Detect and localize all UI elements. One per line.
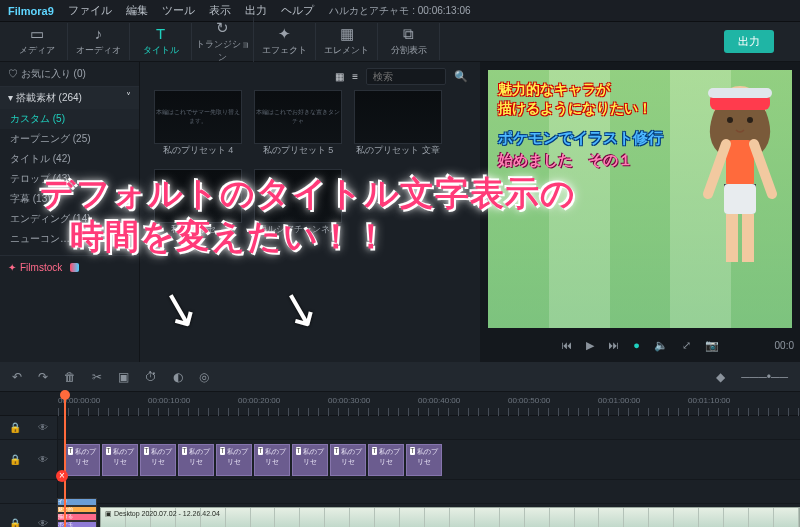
category-item-4[interactable]: 字幕 (13) [0,189,139,209]
category-header[interactable]: ▾ 搭載素材 (264)˅ [0,87,139,109]
playhead[interactable] [64,392,66,527]
color-button[interactable]: ◐ [173,370,183,384]
undo-button[interactable]: ↶ [12,370,22,384]
mode-tab-2[interactable]: Tタイトル [130,23,192,60]
marker-button[interactable]: ◆ [716,370,725,384]
delete-marker[interactable]: × [56,470,68,482]
tracks-area: × 🔒👁 🔒👁 私のプリセ私のプリセ私のプリセ私のプリセ私のプリセ私のプリセ私の… [0,416,800,527]
search-icon[interactable]: 🔍 [454,70,468,83]
eye-icon[interactable]: 👁 [38,454,48,465]
menubar: ファイル 編集 ツール 表示 出力 ヘルプ [68,4,314,18]
green-button[interactable]: ◎ [199,370,209,384]
cut-button[interactable]: ✂ [92,370,102,384]
search-input[interactable] [366,68,446,85]
timeline-toolbar: ↶ ↷ 🗑 ✂ ▣ ⏱ ◐ ◎ ◆ ───•── [0,362,800,392]
list-view-icon[interactable]: ≡ [352,71,358,82]
app-logo: Filmora9 [8,5,54,17]
menu-output[interactable]: 出力 [245,4,267,18]
svg-rect-7 [724,184,756,214]
lock-icon[interactable]: 🔒 [9,518,21,527]
category-item-1[interactable]: オープニング (25) [0,129,139,149]
grid-view-icon[interactable]: ▦ [335,71,344,82]
timeline-ruler[interactable]: 00:00:00:0000:00:10:0000:00:20:0000:00:3… [0,392,800,416]
track-1-video: 🔒👁 ▣ Desktop 2020.07.02 - 12.26.42.04イラ魅… [0,504,800,527]
title-clip[interactable]: 私のプリセ [368,444,404,476]
volume-icon[interactable]: 🔈 [654,339,668,352]
playback-controls: ⏮ ▶ ⏭ ● 🔈 ⤢ 📷 00:0 [480,328,800,362]
clip-thumbnail-stack: イラ魅力的描けるポケモ始めイラス [57,498,97,527]
title-clip[interactable]: 私のプリセ [102,444,138,476]
redo-button[interactable]: ↷ [38,370,48,384]
category-item-3[interactable]: テロップ (43) [0,169,139,189]
delete-button[interactable]: 🗑 [64,370,76,384]
preview-timecode: 00:0 [775,340,794,351]
document-title: ハルカとアチャモ : 00:06:13:06 [329,4,470,18]
lock-icon[interactable]: 🔒 [9,422,21,433]
asset-thumb-1[interactable]: 本編はこれでお好きな置きタンチャ私のプリセット 5 [254,90,342,157]
svg-rect-9 [742,214,754,262]
fullscreen-icon[interactable]: ⤢ [682,339,691,352]
export-button[interactable]: 出力 [724,30,774,53]
titlebar: Filmora9 ファイル 編集 ツール 表示 出力 ヘルプ ハルカとアチャモ … [0,0,800,22]
mode-tab-0[interactable]: ▭メディア [6,23,68,60]
track-2-titles: 🔒👁 私のプリセ私のプリセ私のプリセ私のプリセ私のプリセ私のプリセ私のプリセ私の… [0,440,800,480]
track-spacer [0,480,800,504]
filmstock-link[interactable]: ✦ Filmstock [0,255,139,279]
menu-view[interactable]: 表示 [209,4,231,18]
chevron-down-icon: ˅ [126,91,131,105]
next-frame-button[interactable]: ⏭ [608,339,619,351]
svg-rect-5 [726,140,754,188]
title-clip[interactable]: 私のプリセ [216,444,252,476]
svg-point-4 [747,117,753,123]
crop-button[interactable]: ▣ [118,370,129,384]
play-button[interactable]: ▶ [586,339,594,352]
preview-canvas[interactable]: 魅力的なキャラが 描けるようになりたい！ ポケモンでイラスト修行 始めました そ… [488,70,792,328]
svg-point-3 [727,117,733,123]
title-clip[interactable]: 私のプリセ [140,444,176,476]
asset-thumb-4[interactable]: 海ルシアチャンネル [254,169,342,236]
preview-panel: 魅力的なキャラが 描けるようになりたい！ ポケモンでイラスト修行 始めました そ… [480,62,800,362]
asset-browser: ▦ ≡ 🔍 本編はこれでサマー先取り替えます。私のプリセット 4本編はこれでお好… [140,62,480,362]
mode-tab-6[interactable]: ⧉分割表示 [378,23,440,60]
menu-help[interactable]: ヘルプ [281,4,314,18]
mode-tabs: ▭メディア♪オーディオTタイトル↻トランジション✦エフェクト▦エレメント⧉分割表… [0,22,800,62]
favorites-header[interactable]: ♡ お気に入り (0) [0,62,139,87]
title-clip[interactable]: 私のプリセ [330,444,366,476]
title-clip[interactable]: 私のプリセ [64,444,100,476]
title-clip[interactable]: 私のプリセ [178,444,214,476]
category-item-6[interactable]: ニューコン… [0,229,139,249]
svg-rect-2 [708,88,772,98]
svg-rect-8 [726,214,738,262]
title-clip[interactable]: 私のプリセ [406,444,442,476]
eye-icon[interactable]: 👁 [38,422,48,433]
track-3: 🔒👁 [0,416,800,440]
mode-tab-3[interactable]: ↻トランジション [192,17,254,67]
record-button[interactable]: ● [633,339,640,351]
speed-button[interactable]: ⏱ [145,370,157,384]
asset-thumb-2[interactable]: 私のプリセット 文章 [354,90,442,157]
lock-icon[interactable]: 🔒 [9,454,21,465]
eye-icon[interactable]: 👁 [38,518,48,527]
mode-tab-1[interactable]: ♪オーディオ [68,23,130,60]
menu-edit[interactable]: 編集 [126,4,148,18]
asset-thumb-3[interactable]: 私のプリセ… [154,169,242,236]
character-illustration [690,74,790,274]
video-clip[interactable]: ▣ Desktop 2020.07.02 - 12.26.42.04 [100,507,800,527]
title-clip[interactable]: 私のプリセ [292,444,328,476]
snapshot-icon[interactable]: 📷 [705,339,719,352]
mode-tab-5[interactable]: ▦エレメント [316,23,378,60]
menu-tools[interactable]: ツール [162,4,195,18]
category-sidebar: ♡ お気に入り (0) ▾ 搭載素材 (264)˅ カスタム (5)オープニング… [0,62,140,362]
zoom-slider[interactable]: ───•── [741,370,788,384]
category-item-0[interactable]: カスタム (5) [0,109,139,129]
mode-tab-4[interactable]: ✦エフェクト [254,23,316,60]
prev-frame-button[interactable]: ⏮ [561,339,572,351]
asset-thumb-0[interactable]: 本編はこれでサマー先取り替えます。私のプリセット 4 [154,90,242,157]
category-item-2[interactable]: タイトル (42) [0,149,139,169]
menu-file[interactable]: ファイル [68,4,112,18]
category-item-5[interactable]: エンディング (14) [0,209,139,229]
title-clip[interactable]: 私のプリセ [254,444,290,476]
